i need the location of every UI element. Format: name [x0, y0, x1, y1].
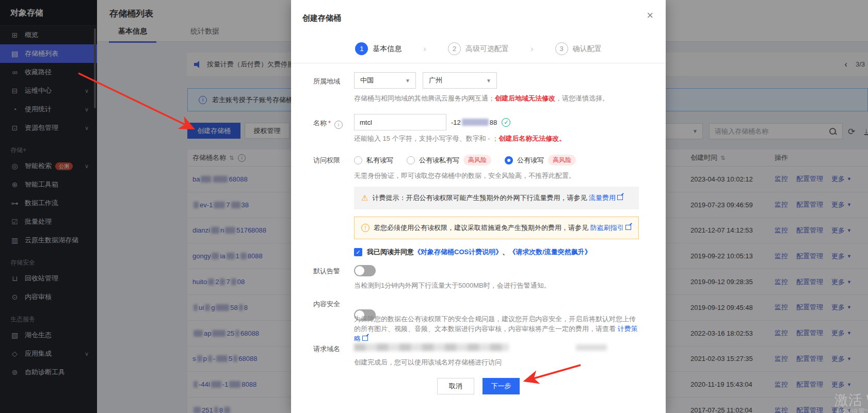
redacted-domain-part — [576, 344, 607, 351]
step-number: 3 — [555, 42, 568, 55]
antitheft-guide-link[interactable]: 防盗刷指引 — [590, 224, 624, 232]
access-helper: 无需身份验证，即可读取您存储桶中的数据，安全风险高，不推荐此配置。 — [354, 171, 575, 180]
valid-check-icon: ✓ — [502, 118, 510, 127]
next-step-button[interactable]: 下一步 — [483, 378, 520, 394]
step-number: 1 — [355, 42, 368, 55]
cancel-button[interactable]: 取消 — [437, 378, 474, 394]
external-link-icon — [625, 225, 631, 230]
access-option: 私有读写 — [354, 156, 393, 165]
warning-circle-icon: ! — [361, 224, 369, 232]
close-icon[interactable]: × — [647, 10, 653, 21]
radio-unchecked[interactable] — [407, 156, 415, 164]
step-indicator: 1基本信息›2高级可选配置›3确认配置 — [291, 42, 666, 55]
region-helper: 存储桶与相同地域的其他腾讯云服务内网互通；创建后地域无法修改，请您谨慎选择。 — [354, 94, 609, 103]
alarm-toggle[interactable] — [354, 265, 376, 276]
chevron-right-icon: › — [423, 44, 426, 54]
radio-label: 公有读写 — [517, 156, 544, 165]
access-label: 访问权限 — [313, 156, 340, 165]
external-link-icon — [617, 195, 623, 200]
modal-footer: 取消 下一步 — [291, 378, 666, 394]
radio-label: 私有读写 — [366, 156, 393, 165]
name-label: 名称*i — [313, 119, 343, 129]
access-options: 私有读写公有读私有写高风险公有读写高风险 — [354, 155, 589, 166]
cos-billing-doc-link[interactable]: 《对象存储桶COS计费说明》 — [414, 247, 502, 257]
high-risk-badge: 高风险 — [463, 155, 491, 166]
bucket-name-suffix: -12 88 — [451, 119, 497, 126]
domain-label: 请求域名 — [313, 344, 340, 354]
redacted-appid — [462, 119, 489, 126]
agreement-checkbox[interactable]: ✓ — [354, 248, 362, 256]
required-asterisk: * — [328, 119, 331, 127]
traffic-surge-doc-link[interactable]: 《请求次数/流量突然飙升》 — [509, 247, 591, 257]
warning-icon: ⚠ — [361, 193, 368, 203]
country-select[interactable]: 中国 ▼ — [354, 72, 416, 89]
info-icon[interactable]: i — [334, 121, 343, 129]
alarm-helper: 当检测到1分钟内外网下行流量大于5000MB时，会进行告警通知。 — [354, 281, 551, 290]
modal-title: 创建存储桶 — [302, 13, 341, 23]
region-label: 所属地域 — [313, 77, 340, 86]
radio-checked[interactable] — [505, 156, 513, 164]
region-field: 中国 ▼ 广州 ▼ — [354, 72, 497, 89]
radio-label: 公有读私有写 — [419, 156, 459, 165]
access-option: 公有读写高风险 — [505, 155, 576, 166]
name-helper: 还能输入 15 个字符，支持小写字母、数字和 - ；创建后名称无法修改。 — [354, 134, 566, 143]
step-1: 1基本信息 — [355, 42, 401, 55]
step-number: 2 — [448, 42, 461, 55]
traffic-fee-link[interactable]: 流量费用 — [589, 194, 616, 202]
divider — [291, 63, 666, 63]
city-select[interactable]: 广州 ▼ — [423, 72, 497, 89]
name-field: -12 88 ✓ — [354, 114, 510, 130]
create-bucket-modal: 创建存储桶 × 1基本信息›2高级可选配置›3确认配置 所属地域 中国 ▼ 广州… — [291, 0, 666, 413]
access-option: 公有读私有写高风险 — [407, 155, 491, 166]
chevron-right-icon: › — [531, 44, 534, 54]
step-2: 2高级可选配置 — [448, 42, 509, 55]
step-label: 高级可选配置 — [465, 44, 509, 54]
alarm-label: 默认告警 — [313, 267, 340, 276]
domain-field — [354, 343, 509, 351]
external-link-icon — [362, 336, 368, 341]
redacted-domain — [354, 343, 509, 351]
warning-tip-box: ! 若您必须使用公有读权限，建议采取措施避免产生预期外的费用，请参见 防盗刷指引 — [354, 217, 639, 239]
chevron-down-icon: ▼ — [405, 78, 415, 84]
bucket-name-input[interactable] — [354, 114, 446, 130]
step-label: 基本信息 — [373, 44, 401, 54]
domain-helper: 创建完成后，您可以使用该域名对存储桶进行访问 — [354, 358, 502, 367]
warning-tip-text: 若您必须使用公有读权限，建议采取措施避免产生预期外的费用，请参见 防盗刷指引 — [374, 223, 631, 233]
content-safety-label: 内容安全 — [313, 300, 340, 309]
content-safety-helper: 为保障您的数据在公有读权限下的安全合规问题，建议您开启内容安全，开启后将默认对您… — [354, 314, 639, 343]
toggle-knob — [355, 266, 364, 275]
step-label: 确认配置 — [573, 44, 602, 54]
screen: 对象存储 ⊞概览▤存储桶列表∞收藏路径⊟运维中心∨◔使用统计∨⊡资源包管理∨存储… — [0, 0, 868, 413]
high-risk-badge: 高风险 — [548, 155, 576, 166]
chevron-down-icon: ▼ — [486, 78, 496, 84]
billing-tip-text: 计费提示：开启公有读权限可能产生预期外的外网下行流量费用，请参见 流量费用 — [372, 193, 623, 203]
radio-unchecked[interactable] — [354, 156, 362, 164]
billing-tip-box: ⚠ 计费提示：开启公有读权限可能产生预期外的外网下行流量费用，请参见 流量费用 — [354, 187, 639, 209]
step-3: 3确认配置 — [555, 42, 602, 55]
agreement-row: ✓ 我已阅读并同意 《对象存储桶COS计费说明》 、 《请求次数/流量突然飙升》 — [354, 247, 591, 257]
